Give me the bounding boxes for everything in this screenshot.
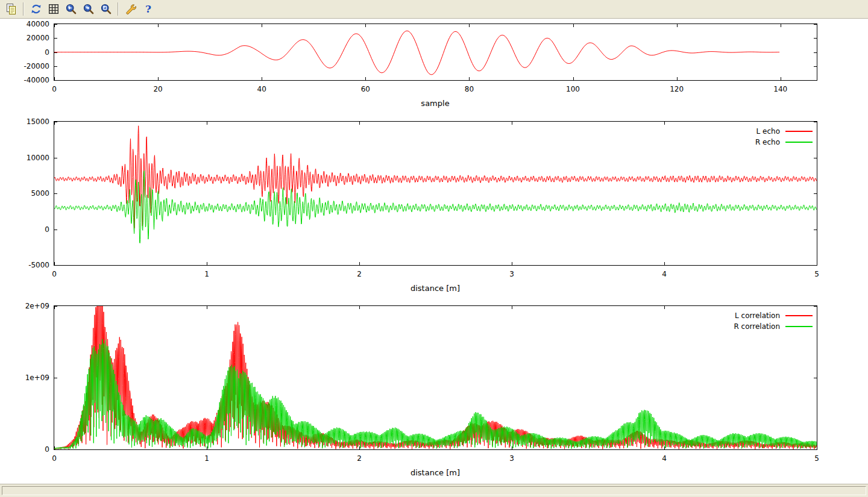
zoom-next-button[interactable] [80, 1, 96, 17]
zoom-next-icon [83, 3, 95, 15]
status-field [2, 486, 866, 495]
y-tick-label: 10000 [0, 154, 49, 162]
y-tick-label: -5000 [0, 261, 49, 269]
y-tick-label: 1e+09 [0, 374, 49, 382]
toolbar-separator [23, 2, 24, 16]
x-tick-label: 5 [814, 454, 819, 463]
x-tick-label: 140 [773, 85, 787, 93]
zoom-previous-button[interactable] [63, 1, 79, 17]
x-tick-label: 1 [204, 454, 209, 463]
x-tick-label: 40 [257, 85, 266, 93]
x-tick-label: 120 [670, 85, 684, 93]
x-tick-label: 80 [465, 85, 474, 93]
x-axis-label-distance-2: distance [m] [410, 468, 460, 477]
y-tick-label: 0 [0, 225, 49, 234]
plot-canvas-0[interactable] [54, 23, 817, 81]
x-tick-label: 4 [662, 454, 667, 463]
plot-canvas-1[interactable] [54, 121, 817, 266]
x-tick-label: 60 [361, 85, 370, 93]
configure-button[interactable] [122, 1, 139, 17]
x-axis-label-sample: sample [421, 99, 449, 108]
toggle-grid-button[interactable] [45, 1, 61, 17]
x-tick-label: 100 [566, 85, 580, 93]
x-tick-label: 0 [52, 454, 57, 463]
autoscale-button[interactable] [98, 1, 114, 17]
x-tick-label: 2 [357, 270, 362, 278]
autoscale-icon [100, 3, 112, 15]
x-axis-label-distance-1: distance [m] [410, 284, 460, 293]
grid-icon [48, 3, 60, 15]
wrench-icon [125, 3, 137, 15]
status-bar [0, 484, 868, 497]
zoom-previous-icon [65, 3, 77, 15]
plot-canvas-2[interactable] [54, 305, 817, 450]
refresh-icon [30, 3, 42, 15]
y-tick-label: 20000 [0, 34, 49, 42]
help-button[interactable]: ? [140, 1, 156, 17]
x-tick-label: 0 [52, 85, 57, 93]
y-tick-label: 5000 [0, 189, 49, 198]
svg-text:?: ? [145, 3, 151, 15]
x-tick-label: 1 [204, 270, 209, 278]
help-icon: ? [142, 3, 154, 15]
x-tick-label: 4 [662, 270, 667, 278]
toolbar: ? [0, 0, 868, 19]
replot-button[interactable] [28, 1, 44, 17]
y-tick-label: 15000 [0, 117, 49, 126]
x-tick-label: 2 [357, 454, 362, 463]
x-tick-label: 20 [153, 85, 162, 93]
copy-to-clipboard-button[interactable] [3, 1, 19, 17]
y-tick-label: -20000 [0, 62, 49, 70]
y-tick-label: 2e+09 [0, 302, 49, 310]
x-tick-label: 0 [52, 270, 57, 278]
x-tick-label: 5 [814, 270, 819, 278]
y-tick-label: 0 [0, 48, 49, 57]
y-tick-label: 0 [0, 445, 49, 454]
x-tick-label: 3 [509, 270, 514, 278]
copy-icon [5, 3, 17, 15]
gnuplot-window: ? sample distance [m] distance [m] L ech… [0, 0, 868, 497]
toolbar-separator [118, 2, 119, 16]
x-tick-label: 3 [509, 454, 514, 463]
y-tick-label: -40000 [0, 76, 49, 84]
y-tick-label: 40000 [0, 20, 49, 28]
